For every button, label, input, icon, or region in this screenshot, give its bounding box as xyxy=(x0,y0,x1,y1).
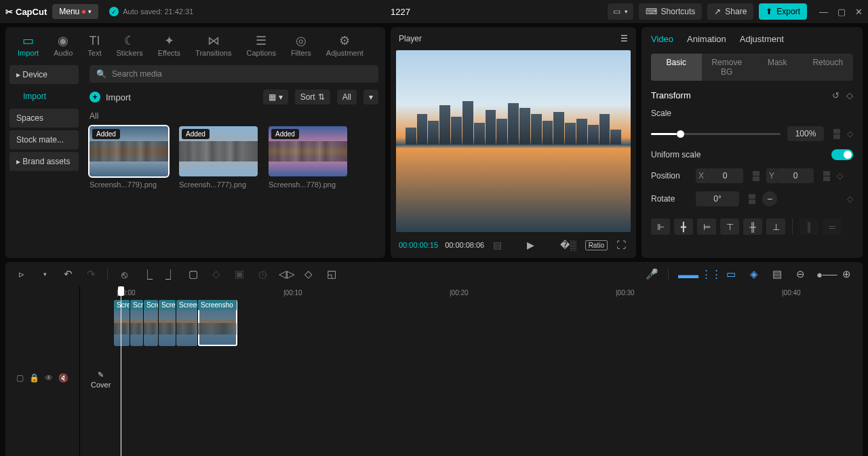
tab-animation[interactable]: Animation xyxy=(687,34,726,44)
split-right-button[interactable]: ⏌ xyxy=(163,269,177,280)
timeline-clip[interactable]: Scre xyxy=(144,300,159,346)
position-x-input[interactable]: 0 xyxy=(707,168,743,183)
keyframe-icon[interactable]: ◇ xyxy=(847,194,853,204)
maximize-button[interactable]: ▢ xyxy=(837,7,846,17)
tab-text[interactable]: TIText xyxy=(81,31,108,60)
align-right-button[interactable]: ⊨ xyxy=(697,218,716,235)
media-item[interactable]: Added Screensh...778).png xyxy=(269,126,347,189)
delete-button[interactable]: ▢ xyxy=(186,268,200,280)
align-center-v-button[interactable]: ╫ xyxy=(743,218,762,235)
cover-button[interactable]: ✎ Cover xyxy=(91,370,111,389)
rotate-button[interactable]: ◇ xyxy=(302,268,315,280)
tab-video[interactable]: Video xyxy=(651,34,673,44)
stepper-down[interactable] xyxy=(749,200,755,204)
group-button[interactable]: ▣ xyxy=(233,268,246,280)
undo-button[interactable]: ↶ xyxy=(61,268,75,280)
timeline-ruler[interactable]: |00:00 |00:10 |00:20 |00:30 |00:40 xyxy=(80,286,863,300)
mirror-button[interactable]: ◁▷ xyxy=(279,268,292,280)
snap-button[interactable]: ◈ xyxy=(747,268,761,280)
track-lock-icon[interactable]: 🔒 xyxy=(29,373,39,383)
tracks-button[interactable]: ▤ xyxy=(770,268,784,280)
split-left-button[interactable]: ⎿ xyxy=(140,269,154,280)
track-collapse-icon[interactable]: ▢ xyxy=(16,373,24,383)
zoom-slider[interactable]: ●── xyxy=(816,269,830,280)
playhead[interactable] xyxy=(121,286,121,456)
filter-all-button[interactable]: All xyxy=(337,90,357,104)
link-button[interactable]: ⋮⋮ xyxy=(701,268,715,280)
play-button[interactable]: ▶ xyxy=(525,238,536,252)
ratio-button[interactable]: Ratio xyxy=(585,240,608,250)
marker-button[interactable]: ◇ xyxy=(210,268,223,280)
align-bottom-button[interactable]: ⊥ xyxy=(766,218,785,235)
zoom-in-button[interactable]: ⊕ xyxy=(840,268,853,280)
menu-button[interactable]: Menu▾ xyxy=(52,4,98,19)
sidebar-stock[interactable]: Stock mate... xyxy=(9,130,79,149)
distribute-h-button[interactable]: ║ xyxy=(800,218,818,235)
filter-button[interactable]: ▾ xyxy=(363,90,378,104)
scale-value-input[interactable]: 100% xyxy=(787,126,824,141)
stepper-up[interactable] xyxy=(753,171,760,176)
rotate-step-button[interactable]: − xyxy=(762,191,777,206)
select-tool[interactable]: ▹ xyxy=(15,268,28,280)
timeline-clip[interactable]: Screer xyxy=(176,300,198,346)
timeline-clip[interactable]: Scree xyxy=(159,300,176,346)
subtab-remove-bg[interactable]: Remove BG xyxy=(702,54,753,81)
shortcuts-button[interactable]: ⌨Shortcuts xyxy=(639,3,703,20)
align-top-button[interactable]: ⊤ xyxy=(720,218,739,235)
tab-stickers[interactable]: ☾Stickers xyxy=(110,31,150,60)
timeline-clip[interactable]: Screensho xyxy=(198,300,237,346)
split-button[interactable]: ⎋ xyxy=(117,269,131,280)
keyframe-icon[interactable]: ◇ xyxy=(837,171,843,180)
view-mode-button[interactable]: ▦ ▾ xyxy=(263,90,288,104)
sidebar-device[interactable]: ▸ Device xyxy=(9,65,79,84)
keyframe-icon[interactable]: ◇ xyxy=(846,90,853,100)
crop-button[interactable]: ◱ xyxy=(325,268,338,280)
stepper-down[interactable] xyxy=(823,176,830,181)
scale-slider[interactable] xyxy=(651,133,781,135)
tab-audio[interactable]: ◉Audio xyxy=(47,31,79,60)
compare-icon[interactable]: ▤ xyxy=(491,238,504,252)
share-button[interactable]: ↗Share xyxy=(707,3,753,20)
media-item[interactable]: Added Screensh...777).png xyxy=(179,126,258,189)
subtab-mask[interactable]: Mask xyxy=(752,54,803,81)
zoom-out-button[interactable]: ⊖ xyxy=(793,268,807,280)
uniform-scale-toggle[interactable] xyxy=(831,149,853,160)
select-dropdown[interactable]: ▾ xyxy=(38,271,52,278)
tab-import[interactable]: ▭Import xyxy=(11,31,45,60)
safe-zone-icon[interactable]: �░ xyxy=(558,238,578,252)
distribute-v-button[interactable]: ═ xyxy=(823,218,842,235)
timeline-clip[interactable]: Scr xyxy=(130,300,144,346)
reset-icon[interactable]: ↺ xyxy=(832,90,840,100)
import-media-button[interactable]: + Import xyxy=(90,92,131,102)
sidebar-brand[interactable]: ▸ Brand assets xyxy=(9,152,79,171)
tab-filters[interactable]: ◎Filters xyxy=(284,31,318,60)
export-button[interactable]: ⬆Export xyxy=(759,3,807,20)
player-menu-icon[interactable]: ☰ xyxy=(620,34,628,43)
mic-button[interactable]: 🎤 xyxy=(645,268,658,280)
track-visibility-icon[interactable]: 👁 xyxy=(45,373,53,383)
timeline-clip[interactable]: Scree xyxy=(114,300,130,346)
player-viewport[interactable] xyxy=(396,50,631,232)
minimize-button[interactable]: — xyxy=(819,7,828,17)
search-input[interactable]: 🔍 Search media xyxy=(90,65,378,83)
subtab-basic[interactable]: Basic xyxy=(651,54,702,81)
stepper-up[interactable] xyxy=(749,194,755,199)
position-y-input[interactable]: 0 xyxy=(777,168,814,183)
tab-adjustment-panel[interactable]: Adjustment xyxy=(740,34,784,44)
align-left-button[interactable]: ⊩ xyxy=(651,218,670,235)
stepper-down[interactable] xyxy=(753,176,760,181)
redo-button[interactable]: ↷ xyxy=(84,268,98,280)
keyframe-icon[interactable]: ◇ xyxy=(847,129,853,138)
subtab-retouch[interactable]: Retouch xyxy=(803,54,854,81)
tab-adjustment[interactable]: ⚙Adjustment xyxy=(319,31,370,60)
stepper-up[interactable] xyxy=(823,171,830,176)
tab-captions[interactable]: ☰Captions xyxy=(239,31,282,60)
media-item[interactable]: Added Screensh...779).png xyxy=(90,126,168,189)
close-button[interactable]: ✕ xyxy=(855,7,863,17)
stepper-down[interactable] xyxy=(833,134,840,139)
fullscreen-icon[interactable]: ⛶ xyxy=(614,238,628,252)
stepper-up[interactable] xyxy=(833,129,840,134)
track-mute-icon[interactable]: 🔇 xyxy=(58,373,68,383)
preview-button[interactable]: ▭ xyxy=(724,268,738,280)
layout-button[interactable]: ▭▾ xyxy=(608,3,633,20)
